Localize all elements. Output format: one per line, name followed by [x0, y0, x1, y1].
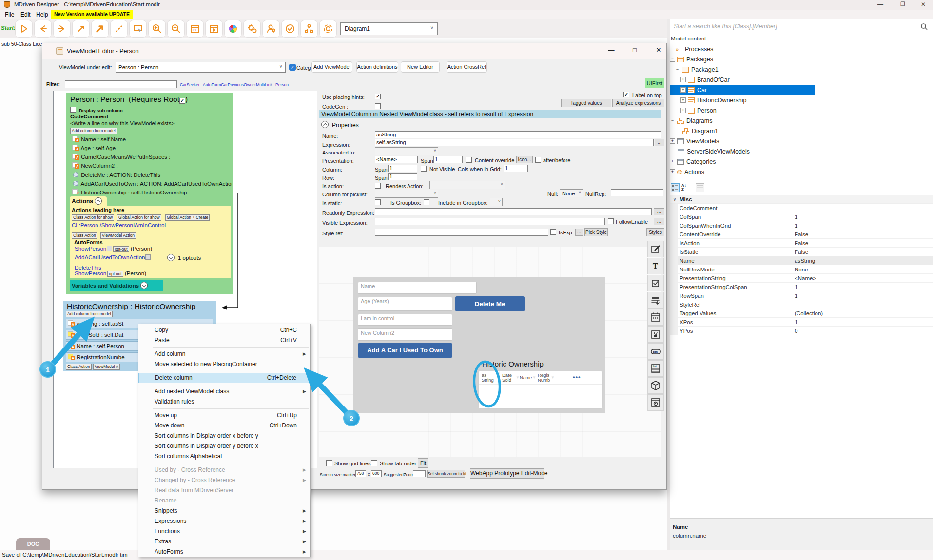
fit-button[interactable]: Fit [418, 458, 428, 468]
diagram-selector[interactable]: Diagram1 ˅ [340, 22, 438, 35]
grid-menu-dots[interactable]: ••• [573, 373, 581, 381]
tree-expander[interactable]: + [680, 77, 686, 82]
menu-item-sort-alphabetical[interactable]: Sort columns Alphabetical [138, 451, 310, 462]
vm-row-deleteme[interactable]: DeleteMe : ACTION: DeleteThis [72, 172, 160, 178]
toolbar-button-run[interactable] [15, 20, 33, 38]
designer-tool-dropdown[interactable] [647, 292, 664, 309]
new-editor-button[interactable]: New Editor [401, 61, 440, 73]
show-tab-order-checkbox[interactable] [371, 460, 377, 466]
pick-style-button[interactable]: Pick Style [584, 228, 608, 236]
renders-action-select[interactable] [429, 181, 505, 189]
analyze-expressions-button[interactable]: Analyze expressions [612, 99, 664, 107]
actions-tab[interactable]: Actions [70, 196, 107, 206]
readonly-input[interactable] [375, 208, 652, 215]
property-row-tagged-values[interactable]: Tagged Values(Collection) [670, 309, 933, 318]
class-action-button[interactable]: Class Action [72, 232, 97, 239]
add-viewmodel-button[interactable]: Add ViewModel [311, 61, 352, 73]
expand-icon[interactable] [167, 254, 175, 261]
designer-tool-text[interactable]: T [647, 258, 664, 274]
property-row-nullrowmode[interactable]: NullRowModeNone [670, 265, 933, 274]
property-row-ypos[interactable]: YPos0 [670, 327, 933, 335]
nullrep-input[interactable] [611, 189, 663, 196]
suggested-zoom-input[interactable] [413, 470, 426, 477]
tree-expander[interactable]: + [680, 108, 686, 113]
include-groupbox-select[interactable] [490, 198, 503, 206]
minimize-button[interactable]: — [871, 1, 890, 9]
showperson-link[interactable]: ShowPerson [75, 246, 106, 251]
column-picklist-select[interactable] [375, 190, 438, 198]
close-button[interactable]: ✕ [914, 1, 933, 9]
toolbar-button-color-theme[interactable] [224, 20, 242, 38]
not-visible-checkbox[interactable] [421, 166, 427, 172]
editor-title-bar[interactable]: ViewModel Editor - Person — □ ✕ [42, 43, 666, 59]
requires-root-checkbox[interactable] [179, 98, 185, 104]
designer-tool-checkbox[interactable] [647, 275, 664, 291]
menu-item-real-data[interactable]: Real data from MDrivenServer [138, 485, 310, 496]
categorized-icon[interactable] [671, 183, 680, 192]
column-span-input[interactable]: 1 [388, 165, 417, 172]
tree-item-person[interactable]: +Person [670, 105, 933, 116]
restore-button[interactable]: ❐ [893, 1, 913, 9]
add-column-button[interactable]: Add column from model [70, 128, 117, 134]
toolbar-button-user-link[interactable] [262, 20, 280, 38]
sort-alphabetical-icon[interactable]: A↓Z [681, 183, 690, 192]
vm-row-addacar[interactable]: AddACarIUsedToOwn : ACTION: AddACarIUsed… [72, 180, 232, 187]
toolbar-button-settings-gears[interactable] [243, 20, 261, 38]
tree-item-packages[interactable]: −Packages [670, 54, 933, 64]
tree-expander[interactable]: + [680, 87, 686, 93]
preview-newcol-input[interactable]: New Column2 [358, 328, 452, 341]
menu-item-expressions[interactable]: Expressions▶ [138, 516, 310, 526]
property-row-styleref[interactable]: StyleRef [670, 300, 933, 309]
designer-tool-image[interactable] [647, 326, 664, 343]
property-row-colspanwheningrid[interactable]: ColSpanWhenInGrid1 [670, 221, 933, 230]
global-action-for-show-button[interactable]: Global Action for show [117, 214, 161, 221]
link-carseeker[interactable]: CarSeeker [180, 82, 200, 87]
uifirst-badge[interactable]: UIFirst [645, 78, 664, 88]
toolbar-button-spiral[interactable] [319, 20, 337, 38]
menu-item-validation-rules[interactable]: Validation rules [138, 397, 310, 407]
associatedto-select[interactable] [375, 147, 438, 155]
use-placing-hints-checkbox[interactable] [375, 94, 381, 99]
viewmodel-action-button[interactable]: ViewModel Action [100, 232, 136, 239]
content-override-checkbox[interactable] [466, 157, 472, 163]
designer-tool-calendar[interactable] [647, 309, 664, 326]
icon-box[interactable] [107, 246, 112, 251]
display-sub-checkbox[interactable] [70, 107, 76, 113]
menu-file[interactable]: File [5, 11, 14, 18]
action-crossref-button[interactable]: Action CrossRef [447, 61, 487, 73]
label-on-top-checkbox[interactable] [623, 92, 629, 97]
tree-expander[interactable]: − [675, 67, 680, 72]
toolbar-button-zoom-in[interactable] [148, 20, 166, 38]
styles-button[interactable]: Styles [646, 228, 664, 236]
menu-item-move-down[interactable]: Move downCtrl+Down [138, 421, 310, 431]
tree-item-diagram1[interactable]: Diagram1 [670, 126, 933, 136]
category-collapse-icon[interactable]: ∨ [670, 197, 680, 202]
add-column-button[interactable]: Add column from model [66, 311, 113, 317]
vm-row-age[interactable]: Age : self.Age [72, 145, 116, 151]
toolbar-button-draw-dashed-link[interactable] [110, 20, 128, 38]
toolbar-button-zoom-out[interactable] [167, 20, 185, 38]
tree-item-historicownership[interactable]: +HistoricOwnership [670, 95, 933, 105]
menu-item-paste[interactable]: PasteCtrl+V [138, 335, 310, 346]
grid-header-asstring[interactable]: as String [482, 373, 498, 383]
opt-out-button[interactable]: opt-out [113, 246, 129, 252]
is-groupbox-checkbox[interactable] [424, 199, 429, 205]
show-grid-lines-checkbox[interactable] [326, 460, 332, 466]
addacarraction-link[interactable]: AddACarIUsedToOwnAction [75, 254, 145, 260]
filter-input[interactable] [65, 80, 177, 88]
presentation-input[interactable]: <Name> [375, 156, 418, 163]
property-row-rowspan[interactable]: RowSpan1 [670, 291, 933, 300]
toolbar-button-forward[interactable] [53, 20, 71, 38]
property-row-presentationstring[interactable]: PresentationString<Name> [670, 274, 933, 283]
isexp-checkbox[interactable] [550, 229, 556, 235]
variables-validations-header[interactable]: Variables and Validations [70, 280, 163, 291]
vm-row-historicownership[interactable]: HistoricOwnership : self.HistoricOwnersh… [72, 189, 187, 195]
vm-row-name[interactable]: Name : self.Name [72, 136, 126, 142]
link-autoform[interactable]: AutoFormCarPreviousOwnerMultiLink [203, 82, 272, 87]
tree-item-processes[interactable]: »Processes [670, 44, 933, 54]
styleref-input[interactable] [375, 229, 548, 236]
menu-item-move-up[interactable]: Move upCtrl+Up [138, 410, 310, 421]
opt-out-button2[interactable]: opt-out [107, 271, 123, 277]
menu-item-autoforms[interactable]: AutoForms▶ [138, 547, 310, 557]
editor-close-button[interactable]: ✕ [651, 46, 666, 55]
